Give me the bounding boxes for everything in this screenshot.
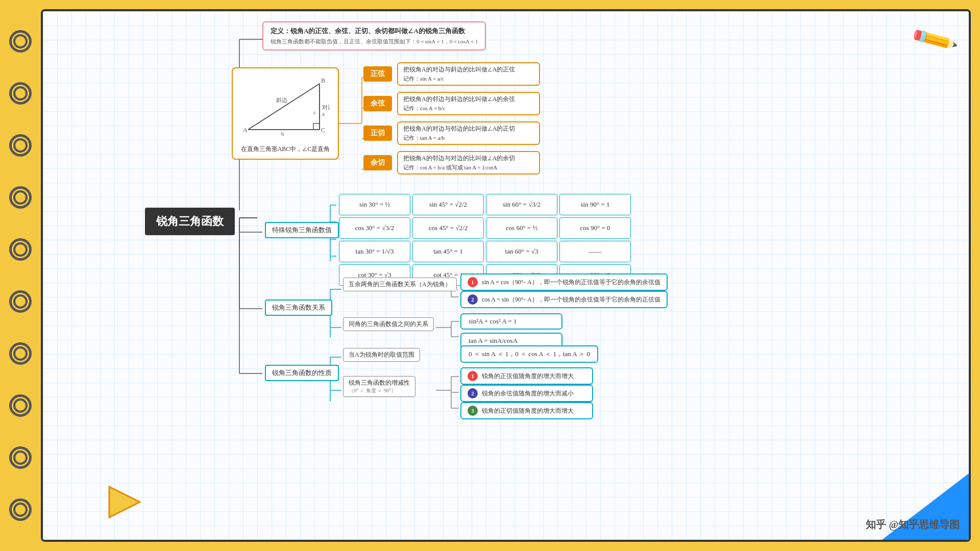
properties-section-label-box: 锐角三角函数的性质 — [265, 365, 339, 381]
tan-note: 记作：tan A = a/b — [403, 134, 534, 142]
mono-item-2-text: 锐角的余弦值随角度的增大而减小 — [482, 389, 574, 398]
val-cos60: cos 60° = ½ — [486, 217, 557, 239]
relations-label-text: 锐角三角函数关系 — [272, 304, 325, 311]
range-label-text: 当A为锐角时的取值范围 — [349, 351, 414, 358]
trig-row-cot: 余切 把锐角A的邻边与对边的比叫做∠A的余切 记作：cot A = b/a 或写… — [363, 151, 540, 174]
range-value-box: 0 ＜ sin A ＜ 1，0 ＜ cos A ＜ 1，tan A ＞ 0 — [460, 345, 598, 363]
trig-row-sin: 正弦 把锐角A的对边与斜边的比叫做∠A的正弦 记作：sin A = a/c — [363, 62, 540, 86]
cot-def: 把锐角A的邻边与对边的比叫做∠A的余切 — [403, 154, 534, 163]
mono-item-3: 3 锐角的正切值随角度的增大而增大 — [460, 402, 593, 419]
ring-9 — [9, 446, 32, 469]
arrow-icon — [104, 482, 145, 524]
svg-marker-54 — [109, 487, 140, 517]
ring-1 — [9, 30, 32, 53]
tan-info: 把锐角A的对边与邻边的比叫做∠A的正切 记作：tan A = a/b — [397, 121, 540, 145]
mono-item-2: 2 锐角的余弦值随角度的增大而减小 — [460, 385, 593, 402]
mono-item-1-text: 锐角的正弦值随角度的增大而增大 — [482, 372, 574, 381]
val-tan60: tan 60° = √3 — [486, 241, 557, 262]
definition-title: 定义：锐角A的正弦、余弦、正切、余切都叫做∠A的锐角三角函数 — [271, 27, 478, 36]
svg-text:a: a — [322, 111, 325, 117]
special-label-text: 特殊锐角三角函数值 — [272, 226, 332, 234]
num-2: 2 — [468, 294, 478, 305]
triangle-label: 在直角三角形ABC中，∠C是直角 — [238, 145, 333, 154]
svg-text:b: b — [281, 131, 284, 137]
notebook-rings — [0, 0, 41, 551]
cos-def: 把锐角A的邻边与斜边的比叫做∠A的余弦 — [403, 95, 534, 104]
ring-5 — [9, 238, 32, 261]
main-title: 锐角三角函数 — [145, 208, 235, 235]
mono-num-3: 3 — [468, 406, 478, 416]
cot-label: 余切 — [363, 155, 392, 170]
trig-row-cos: 余弦 把锐角A的邻边与斜边的比叫做∠A的余弦 记作：cos A = b/c — [363, 92, 540, 115]
logo-text: 知乎 @知乎思维导图 — [866, 518, 960, 532]
val-sin90: sin 90° = 1 — [559, 194, 631, 215]
pencil-icon: ✏️ — [909, 14, 960, 65]
special-section-label-box: 特殊锐角三角函数值 — [265, 222, 339, 238]
cos-info: 把锐角A的邻边与斜边的比叫做∠A的余弦 记作：cos A = b/c — [397, 92, 540, 115]
triangle-diagram-box: A C B 斜边 对边 a b c 在直角三角形ABC中，∠C是直角 — [232, 67, 339, 160]
complementary-item-2: 2 cos A = sin（90°- A），即一个锐角的余弦值等于它的余角的正弦… — [460, 291, 668, 308]
formula-sin2-cos2: sin²A + cos² A = 1 — [460, 313, 562, 330]
relations-section-label-box: 锐角三角函数关系 — [265, 299, 332, 316]
svg-text:B: B — [321, 77, 325, 84]
val-tan90: —— — [559, 241, 631, 262]
monotone-sublabel: （0° ＜ 角度 ＜ 90°） — [349, 387, 410, 394]
svg-rect-45 — [313, 123, 320, 130]
sin-label: 正弦 — [363, 66, 392, 82]
graph-background: ✏️ 定义：锐角A的正弦、余弦、正切、余切都叫做∠A的锐角三角函数 锐角三角函数… — [43, 11, 969, 540]
val-tan30: tan 30° = 1/√3 — [339, 241, 410, 262]
svg-line-44 — [248, 84, 320, 130]
mono-num-2: 2 — [468, 388, 478, 398]
ring-2 — [9, 82, 32, 105]
main-frame: ✏️ 定义：锐角A的正弦、余弦、正切、余切都叫做∠A的锐角三角函数 锐角三角函数… — [41, 9, 971, 542]
svg-text:c: c — [313, 109, 316, 115]
triangle-svg: A C B 斜边 对边 a b c — [238, 73, 330, 140]
ring-10 — [9, 498, 32, 521]
special-values-grid: sin 30° = ½ sin 45° = √2/2 sin 60° = √3/… — [339, 194, 631, 286]
mono-num-1: 1 — [468, 371, 478, 381]
ring-4 — [9, 186, 32, 209]
mono-item-3-text: 锐角的正切值随角度的增大而增大 — [482, 407, 574, 415]
val-sin60: sin 60° = √3/2 — [486, 194, 557, 215]
val-cos30: cos 30° = √3/2 — [339, 217, 410, 239]
tan-label: 正切 — [363, 126, 392, 141]
ring-3 — [9, 134, 32, 157]
range-value-text: 0 ＜ sin A ＜ 1，0 ＜ cos A ＜ 1，tan A ＞ 0 — [469, 350, 590, 358]
same-angle-label-text: 同角的三角函数值之间的关系 — [349, 320, 428, 328]
val-cos45: cos 45° = √2/2 — [412, 217, 484, 239]
properties-label-text: 锐角三角函数的性质 — [272, 369, 332, 377]
val-cos90: cos 90° = 0 — [559, 217, 631, 239]
cot-note: 记作：cot A = b/a 或写成 tan A = 1/cotA — [403, 164, 534, 171]
mono-item-1: 1 锐角的正弦值随角度的增大而增大 — [460, 367, 593, 385]
complementary-label-box: 互余两角的三角函数关系（A为锐角） — [343, 278, 457, 291]
svg-text:A: A — [243, 127, 248, 134]
monotone-label-text: 锐角三角函数的增减性 — [349, 379, 410, 387]
complementary-item-1: 1 sin A = cos（90°- A），即一个锐角的正弦值等于它的余角的余弦… — [460, 273, 668, 291]
same-angle-label-box: 同角的三角函数值之间的关系 — [343, 317, 434, 331]
ring-7 — [9, 342, 32, 365]
complementary-label-text: 互余两角的三角函数关系（A为锐角） — [349, 281, 451, 288]
trig-row-tan: 正切 把锐角A的对边与邻边的比叫做∠A的正切 记作：tan A = a/b — [363, 121, 540, 145]
range-label-box: 当A为锐角时的取值范围 — [343, 348, 420, 362]
svg-text:C: C — [321, 127, 325, 134]
svg-text:斜边: 斜边 — [276, 97, 287, 103]
ring-6 — [9, 290, 32, 313]
monotone-label-box: 锐角三角函数的增减性 （0° ＜ 角度 ＜ 90°） — [343, 376, 415, 397]
val-sin45: sin 45° = √2/2 — [412, 194, 484, 215]
tan-def: 把锐角A的对边与邻边的比叫做∠A的正切 — [403, 124, 534, 133]
sin-info: 把锐角A的对边与斜边的比叫做∠A的正弦 记作：sin A = a/c — [397, 62, 540, 86]
trig-functions-section: 正弦 把锐角A的对边与斜边的比叫做∠A的正弦 记作：sin A = a/c 余弦… — [363, 62, 540, 180]
num-1: 1 — [468, 277, 478, 287]
ring-8 — [9, 394, 32, 417]
sin-note: 记作：sin A = a/c — [403, 75, 534, 83]
val-tan45: tan 45° = 1 — [412, 241, 484, 262]
cos-note: 记作：cos A = b/c — [403, 105, 534, 112]
definition-sub: 锐角三角函数都不能取负值，且正弦、余弦取值范围如下：0＜sinA＜1，0＜cos… — [271, 38, 478, 45]
comp-item-2-text: cos A = sin（90°- A），即一个锐角的余弦值等于它的余角的正弦值 — [482, 295, 660, 304]
cos-label: 余弦 — [363, 96, 392, 111]
cot-info: 把锐角A的邻边与对边的比叫做∠A的余切 记作：cot A = b/a 或写成 t… — [397, 151, 540, 174]
comp-item-1-text: sin A = cos（90°- A），即一个锐角的正弦值等于它的余角的余弦值 — [482, 278, 660, 287]
val-sin30: sin 30° = ½ — [339, 194, 410, 215]
svg-text:对边: 对边 — [322, 104, 330, 110]
definition-box: 定义：锐角A的正弦、余弦、正切、余切都叫做∠A的锐角三角函数 锐角三角函数都不能… — [262, 21, 486, 51]
